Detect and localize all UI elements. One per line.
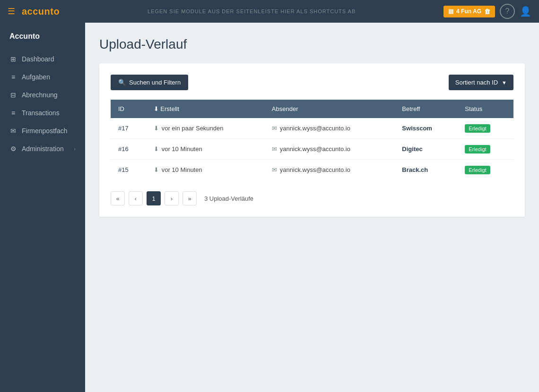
row-betreff: Swisscom [394,118,457,139]
sidebar-item-transactions[interactable]: ≡ Transactions [0,104,85,122]
sidebar-item-label: Aufgaben [22,73,50,81]
pagination-prev-button[interactable]: ‹ [129,191,143,205]
row-betreff: Brack.ch [394,160,457,180]
company-badge-icon: ▤ [448,8,453,15]
sidebar-item-label: Dashboard [22,55,54,63]
firmenpostfach-icon: ✉ [9,127,17,135]
row-id: #15 [111,160,146,180]
table-header-row: ID ⬇ Erstellt Absender Betreff Status [111,100,513,118]
main-content: Upload-Verlauf 🔍 Suchen und Filtern Sort… [85,23,539,392]
pagination-next-button[interactable]: › [165,191,179,205]
pagination-page-1-button[interactable]: 1 [147,191,161,205]
card-toolbar: 🔍 Suchen und Filtern Sortiert nach ID ▼ [111,75,513,90]
row-betreff: Digitec [394,139,457,160]
company-badge[interactable]: ▤ 4 Fun AG 🗑 [443,6,495,17]
sort-button[interactable]: Sortiert nach ID ▼ [449,75,513,90]
table-row: #15 ⬇ vor 10 Minuten ✉ yannick.wyss@accu… [111,160,513,180]
help-icon: ? [505,7,510,16]
table-body: #17 ⬇ vor ein paar Sekunden ✉ yannick.wy… [111,118,513,180]
table-row: #17 ⬇ vor ein paar Sekunden ✉ yannick.wy… [111,118,513,139]
topbar-center-text: LEGEN SIE MODULE AUS DER SEITENLEISTE HI… [148,9,356,14]
download-icon: ⬇ [154,145,159,153]
page-title: Upload-Verlauf [99,37,525,52]
hamburger-icon[interactable]: ☰ [8,6,15,17]
topbar-right: ▤ 4 Fun AG 🗑 ? 👤 [443,4,531,19]
col-header-status: Status [457,100,513,118]
row-id: #16 [111,139,146,160]
sidebar-item-label: Abrechnung [22,91,58,99]
col-header-erstellt: ⬇ Erstellt [146,100,264,118]
help-button[interactable]: ? [500,4,515,19]
sidebar: Accunto ⊞ Dashboard ≡ Aufgaben ⊟ Abrechn… [0,23,85,392]
administration-icon: ⚙ [9,145,17,153]
main-card: 🔍 Suchen und Filtern Sortiert nach ID ▼ … [99,63,525,217]
pagination-total-text: 3 Upload-Verläufe [204,195,253,202]
search-filter-label: Suchen und Filtern [129,79,181,86]
download-icon: ⬇ [154,125,159,132]
sidebar-item-administration[interactable]: ⚙ Administration › [0,140,85,158]
pagination-last-button[interactable]: » [183,191,197,205]
caret-down-icon: ▼ [502,80,507,85]
topbar: ☰ accunto LEGEN SIE MODULE AUS DER SEITE… [0,0,539,23]
envelope-icon: ✉ [272,125,277,132]
company-badge-label: 4 Fun AG [456,8,481,15]
status-badge: Erledigt [465,166,490,174]
col-header-betreff: Betreff [394,100,457,118]
row-status: Erledigt [457,160,513,180]
sidebar-item-label: Firmenpostfach [22,127,67,135]
sidebar-item-label: Administration [22,145,64,153]
status-badge: Erledigt [465,124,490,133]
trash-icon[interactable]: 🗑 [484,8,490,15]
transactions-icon: ≡ [9,109,17,117]
search-icon: 🔍 [118,79,126,86]
table-head: ID ⬇ Erstellt Absender Betreff Status [111,100,513,118]
row-absender: ✉ yannick.wyss@accunto.io [264,160,395,180]
aufgaben-icon: ≡ [9,73,17,81]
sidebar-item-label: Transactions [22,109,60,117]
logo-o: o [53,6,60,17]
sort-label: Sortiert nach ID [455,79,498,86]
user-icon[interactable]: 👤 [520,6,531,17]
sort-down-icon: ⬇ [154,105,159,112]
sidebar-item-aufgaben[interactable]: ≡ Aufgaben [0,68,85,86]
logo: accunto [22,6,60,17]
row-erstellt: ⬇ vor ein paar Sekunden [146,118,264,139]
layout: Accunto ⊞ Dashboard ≡ Aufgaben ⊟ Abrechn… [0,23,539,392]
status-badge: Erledigt [465,145,490,153]
row-id: #17 [111,118,146,139]
table-row: #16 ⬇ vor 10 Minuten ✉ yannick.wyss@accu… [111,139,513,160]
row-erstellt: ⬇ vor 10 Minuten [146,139,264,160]
sidebar-item-firmenpostfach[interactable]: ✉ Firmenpostfach [0,122,85,140]
envelope-icon: ✉ [272,145,277,153]
download-icon: ⬇ [154,166,159,173]
dashboard-icon: ⊞ [9,55,17,63]
pagination-first-button[interactable]: « [111,191,125,205]
row-status: Erledigt [457,139,513,160]
pagination: « ‹ 1 › » 3 Upload-Verläufe [111,191,513,205]
col-header-absender: Absender [264,100,395,118]
row-absender: ✉ yannick.wyss@accunto.io [264,139,395,160]
col-header-id: ID [111,100,146,118]
envelope-icon: ✉ [272,166,277,173]
abrechnung-icon: ⊟ [9,91,17,99]
data-table: ID ⬇ Erstellt Absender Betreff Status #1… [111,100,513,180]
sidebar-item-dashboard[interactable]: ⊞ Dashboard [0,50,85,68]
topbar-left: ☰ accunto [8,6,60,17]
chevron-right-icon: › [74,146,76,152]
sidebar-title: Accunto [0,32,85,50]
row-status: Erledigt [457,118,513,139]
row-erstellt: ⬇ vor 10 Minuten [146,160,264,180]
sidebar-item-abrechnung[interactable]: ⊟ Abrechnung [0,86,85,104]
administration-left: ⚙ Administration [9,145,64,153]
row-absender: ✉ yannick.wyss@accunto.io [264,118,395,139]
search-filter-button[interactable]: 🔍 Suchen und Filtern [111,75,188,90]
logo-accent: accunt [22,6,53,17]
